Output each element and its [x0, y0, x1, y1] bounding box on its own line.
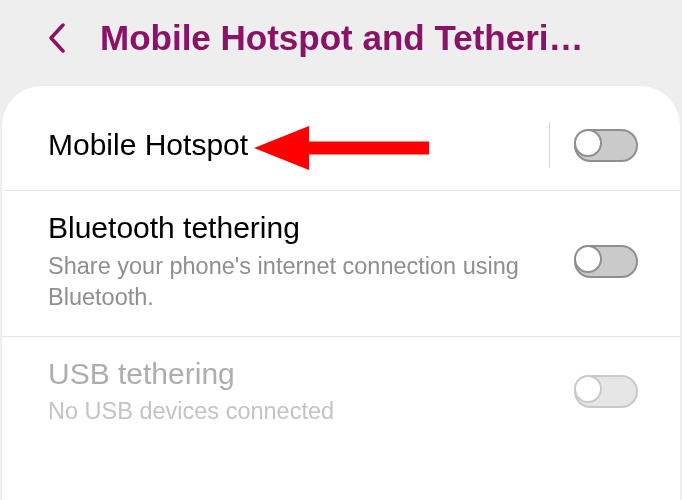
row-title: USB tethering: [48, 355, 562, 393]
row-text: USB tethering No USB devices connected: [48, 355, 574, 428]
chevron-left-icon: [48, 23, 66, 53]
header: Mobile Hotspot and Tetheri…: [0, 0, 682, 82]
back-button[interactable]: [46, 19, 68, 57]
toggle-knob: [574, 129, 602, 157]
row-subtitle: Share your phone's internet connection u…: [48, 251, 562, 314]
row-text: Mobile Hotspot: [48, 126, 549, 164]
row-bluetooth-tethering[interactable]: Bluetooth tethering Share your phone's i…: [2, 191, 680, 337]
toggle-usb-tethering: [574, 375, 638, 408]
row-text: Bluetooth tethering Share your phone's i…: [48, 209, 574, 314]
toggle-mobile-hotspot[interactable]: [574, 129, 638, 162]
row-subtitle: No USB devices connected: [48, 396, 562, 428]
separator-vertical: [549, 122, 550, 168]
row-usb-tethering: USB tethering No USB devices connected: [2, 337, 680, 450]
row-mobile-hotspot[interactable]: Mobile Hotspot: [2, 104, 680, 191]
settings-card: Mobile Hotspot Bluetooth tethering Share…: [2, 86, 680, 500]
toggle-bluetooth-tethering[interactable]: [574, 245, 638, 278]
row-title: Mobile Hotspot: [48, 126, 537, 164]
page-title: Mobile Hotspot and Tetheri…: [100, 18, 584, 58]
toggle-knob: [574, 375, 602, 403]
toggle-knob: [574, 245, 602, 273]
row-title: Bluetooth tethering: [48, 209, 562, 247]
